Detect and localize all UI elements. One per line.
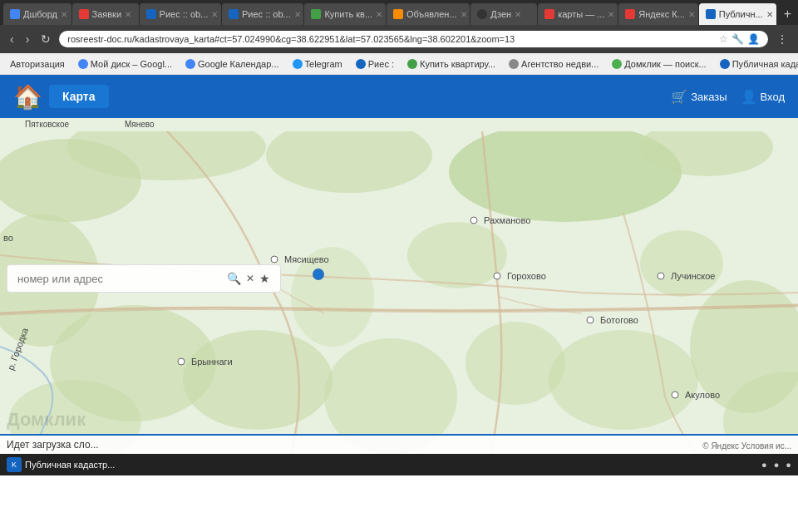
svg-text:Акулово: Акулово [685,390,720,400]
reload-button[interactable]: ↻ [37,31,54,47]
bookmark-telegram[interactable]: Telegram [288,58,347,70]
tab-dzen[interactable]: Дзен ✕ [470,3,537,25]
tab-buy[interactable]: Купить кв... ✕ [304,3,385,25]
bookmark-domclick[interactable]: Домклик — поиск... [607,58,711,70]
tab-close-obj[interactable]: ✕ [461,10,467,19]
tab-bar: Дшборд ✕ Заявки ✕ Риес :: ob... ✕ Риес :… [0,0,798,25]
app-login-button[interactable]: 👤 Вход [741,89,785,105]
status-bar: K Публичная кадастр... ● ● ● [0,454,798,475]
bookmark-avtoriz[interactable]: Авторизация [5,58,70,70]
town-label-pyatkovskoe: Пятковское [25,120,69,129]
tab-public[interactable]: Публичн... ✕ [699,3,776,25]
bookmark-dot-telegram [293,59,303,69]
svg-point-12 [549,330,698,430]
bookmark-label-gdisk: Мой диск – Googl... [91,59,172,69]
tab-label-dashboard: Дшборд [23,9,57,19]
bookmark-label-buy: Купить квартиру... [420,59,495,69]
svg-point-32 [672,392,678,398]
svg-text:Мясищево: Мясищево [284,254,329,264]
app-orders-label: Заказы [691,91,727,103]
tab-close-yandex[interactable]: ✕ [688,10,695,19]
map-container[interactable]: 🔍 ✕ ★ [0,131,798,454]
bookmark-dot-domclick [612,59,622,69]
tab-favicon-obj [393,9,403,19]
tab-close-dzen[interactable]: ✕ [515,10,521,19]
tab-favicon-maps [544,9,554,19]
bookmark-label-agency: Агентство недви... [521,59,598,69]
search-clear-button[interactable]: ✕ [246,273,254,284]
bookmark-gdisk[interactable]: Мой диск – Googl... [73,58,177,70]
svg-point-11 [466,322,565,405]
bookmark-buy[interactable]: Купить квартиру... [402,58,500,70]
tab-favicon-zayvki [79,9,89,19]
tab-close-maps[interactable]: ✕ [608,10,614,19]
tab-yandex[interactable]: Яндекс К... ✕ [618,3,697,25]
bookmark-label-avtoriz: Авторизация [10,59,65,69]
bookmark-public[interactable]: Публичная кадас... [715,58,798,70]
bookmark-label-telegram: Telegram [305,59,342,69]
bookmark-dot-buy [407,59,417,69]
search-button[interactable]: 🔍 [227,272,241,285]
tab-favicon-dzen [477,9,487,19]
status-favicon-icon: K [12,461,17,469]
bookmark-dot-public [720,59,730,69]
tab-label-ries2: Риес :: ob... [242,9,291,19]
status-item-label: Публичная кадастр... [25,460,115,470]
svg-text:Рахманово: Рахманово [484,215,530,225]
tab-dashboard[interactable]: Дшборд ✕ [3,3,71,25]
tab-favicon-buy [311,9,321,19]
new-tab-button[interactable]: + [777,5,798,23]
svg-point-26 [658,273,664,279]
app-login-label: Вход [761,91,785,103]
browser-chrome: Дшборд ✕ Заявки ✕ Риес :: ob... ✕ Риес :… [0,0,798,75]
menu-button[interactable]: ⋮ [773,31,791,47]
svg-text:Брыннаги: Брыннаги [191,357,233,367]
tab-label-maps: карты — ... [558,9,604,19]
svg-point-30 [178,358,185,365]
address-bar[interactable]: rosreestr-doc.ru/kadastrovaya_karta#ct=5… [59,31,768,47]
app-header: 🏠 Карта 🛒 Заказы 👤 Вход [0,75,798,118]
search-favorite-button[interactable]: ★ [259,272,270,285]
tab-favicon-ries2 [229,9,239,19]
address-text: rosreestr-doc.ru/kadastrovaya_karta#ct=5… [67,34,719,44]
star-icon[interactable]: ☆ [719,33,728,45]
tab-close-dashboard[interactable]: ✕ [61,10,67,19]
bookmark-label-domclick: Домклик — поиск... [624,59,706,69]
status-battery: ● [786,460,791,470]
bookmark-gcal[interactable]: Google Календар... [180,58,284,70]
bookmark-agency[interactable]: Агентство недви... [504,58,603,70]
bookmark-ries[interactable]: Риес : [351,58,399,70]
tab-label-dzen: Дзен [490,9,511,19]
tab-obj[interactable]: Объявлен... ✕ [387,3,470,25]
tab-label-zayvki: Заявки [92,9,122,19]
bookmark-dot-ries [356,59,366,69]
tab-ries2[interactable]: Риес :: ob... ✕ [222,3,303,25]
tab-zayvki[interactable]: Заявки ✕ [72,3,139,25]
svg-point-20 [271,256,278,263]
tab-close-public[interactable]: ✕ [766,10,773,19]
tab-maps[interactable]: карты — ... ✕ [538,3,618,25]
tab-label-yandex: Яндекс К... [638,9,685,19]
tab-ries1[interactable]: Риес :: ob... ✕ [140,3,221,25]
tab-close-ries2[interactable]: ✕ [294,10,301,19]
status-wifi: ● [774,460,780,470]
back-button[interactable]: ‹ [7,31,17,47]
tab-close-buy[interactable]: ✕ [376,10,382,19]
tab-favicon-dashboard [10,9,20,19]
svg-point-18 [470,217,477,224]
tab-favicon-yandex [625,9,635,19]
app-orders-button[interactable]: 🛒 Заказы [671,89,727,105]
bookmarks-bar: Авторизация Мой диск – Googl... Google К… [0,53,798,75]
loading-bar: Идет загрузка сло... [0,434,798,454]
svg-point-24 [494,273,500,279]
bookmark-label-ries: Риес : [368,59,394,69]
extension-icon[interactable]: 🔧 [732,33,744,45]
user-icon: 👤 [741,89,757,105]
search-input[interactable] [17,273,222,285]
forward-button[interactable]: › [22,31,33,47]
tab-close-ries1[interactable]: ✕ [211,10,218,19]
tab-close-zayvki[interactable]: ✕ [125,10,131,19]
app-nav-karta[interactable]: Карта [49,85,109,108]
account-icon[interactable]: 👤 [747,33,760,45]
map-header-strip: Пятковское Мянево [0,118,798,131]
